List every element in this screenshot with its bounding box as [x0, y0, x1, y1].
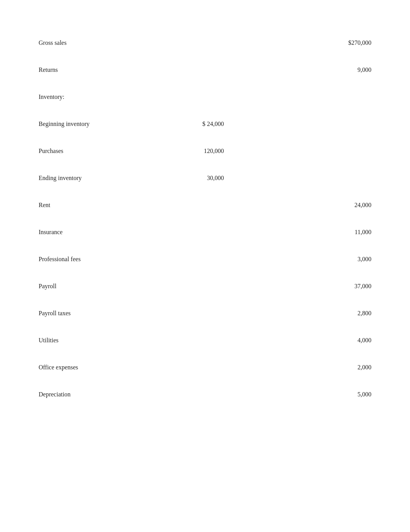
label-inventory-header: Inventory: — [39, 93, 162, 100]
label-professional-fees: Professional fees — [39, 256, 162, 263]
line-item-gross-sales: Gross sales$270,000 — [39, 31, 371, 58]
line-item-beginning-inventory: Beginning inventory$ 24,000 — [39, 112, 371, 139]
line-item-insurance: Insurance11,000 — [39, 220, 371, 247]
line-item-inventory-header: Inventory: — [39, 85, 371, 112]
label-insurance: Insurance — [39, 229, 162, 236]
line-item-ending-inventory: Ending inventory30,000 — [39, 166, 371, 193]
value-right-professional-fees: 3,000 — [310, 256, 371, 263]
value-mid-purchases: 120,000 — [162, 148, 224, 155]
line-item-purchases: Purchases120,000 — [39, 139, 371, 166]
label-utilities: Utilities — [39, 337, 162, 344]
line-item-professional-fees: Professional fees3,000 — [39, 247, 371, 274]
value-right-rent: 24,000 — [310, 202, 371, 209]
line-item-payroll-taxes: Payroll taxes2,800 — [39, 301, 371, 328]
label-depreciation: Depreciation — [39, 391, 162, 398]
value-right-insurance: 11,000 — [310, 229, 371, 236]
value-mid-beginning-inventory: $ 24,000 — [162, 121, 224, 127]
value-right-office-expenses: 2,000 — [310, 364, 371, 371]
label-rent: Rent — [39, 202, 162, 209]
line-item-payroll: Payroll37,000 — [39, 274, 371, 301]
value-right-returns: 9,000 — [310, 66, 371, 73]
label-beginning-inventory: Beginning inventory — [39, 121, 162, 127]
line-item-utilities: Utilities4,000 — [39, 328, 371, 355]
label-ending-inventory: Ending inventory — [39, 175, 162, 182]
financial-statement: Gross sales$270,000Returns9,000Inventory… — [0, 0, 410, 440]
label-gross-sales: Gross sales — [39, 39, 162, 46]
label-payroll-taxes: Payroll taxes — [39, 310, 162, 317]
line-item-office-expenses: Office expenses2,000 — [39, 355, 371, 382]
label-payroll: Payroll — [39, 283, 162, 290]
value-right-utilities: 4,000 — [310, 337, 371, 344]
value-mid-ending-inventory: 30,000 — [162, 175, 224, 182]
line-item-rent: Rent24,000 — [39, 193, 371, 220]
label-office-expenses: Office expenses — [39, 364, 162, 371]
line-item-returns: Returns9,000 — [39, 58, 371, 85]
label-returns: Returns — [39, 66, 162, 73]
label-purchases: Purchases — [39, 148, 162, 155]
line-item-depreciation: Depreciation5,000 — [39, 382, 371, 410]
value-right-gross-sales: $270,000 — [310, 39, 371, 46]
value-right-depreciation: 5,000 — [310, 391, 371, 398]
value-right-payroll-taxes: 2,800 — [310, 310, 371, 317]
value-right-payroll: 37,000 — [310, 283, 371, 290]
